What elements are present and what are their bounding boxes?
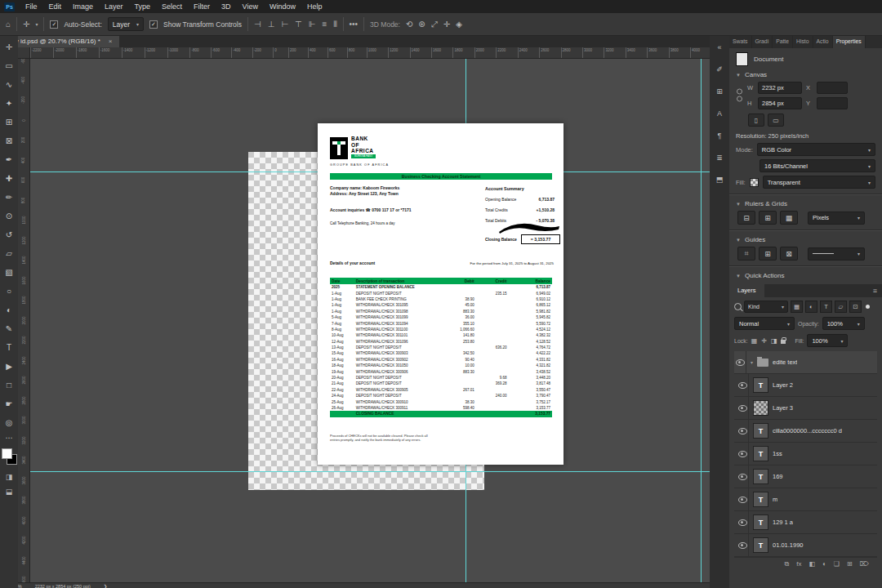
more-options-icon[interactable]: ••• bbox=[350, 20, 359, 29]
pen-tool[interactable]: ✎ bbox=[0, 319, 18, 338]
clone-source-panel-icon[interactable]: ⊞ bbox=[712, 86, 727, 97]
character-panel-icon[interactable]: A bbox=[712, 108, 727, 119]
paragraph-panel-icon[interactable]: ¶ bbox=[712, 130, 727, 141]
text-layer-thumbnail[interactable]: T bbox=[753, 537, 768, 553]
slide-3d-icon[interactable]: ✛ bbox=[443, 20, 450, 29]
height-field[interactable]: 2854 px bbox=[758, 97, 802, 109]
layer-mask-icon[interactable]: ◧ bbox=[808, 560, 815, 568]
dodge-tool[interactable]: ◐ bbox=[0, 301, 18, 319]
menu-view[interactable]: View bbox=[237, 0, 264, 13]
tab-swats[interactable]: Swats bbox=[729, 35, 752, 48]
delete-layer-icon[interactable]: ⌦ bbox=[860, 560, 869, 568]
tab-properties[interactable]: Properties bbox=[833, 35, 866, 48]
text-layer-thumbnail[interactable]: T bbox=[753, 469, 768, 484]
eye-icon[interactable] bbox=[738, 405, 747, 412]
align-center-v-icon[interactable]: ⊩ bbox=[309, 20, 316, 29]
show-transform-checkbox[interactable]: ✓ bbox=[149, 20, 158, 29]
text-layer-thumbnail[interactable]: T bbox=[753, 423, 768, 439]
image-layer-thumbnail[interactable] bbox=[753, 400, 768, 416]
text-layer-thumbnail[interactable]: T bbox=[753, 514, 768, 530]
type-tool[interactable]: T bbox=[0, 338, 18, 357]
y-field[interactable] bbox=[817, 97, 848, 109]
landscape-orientation-button[interactable]: ▭ bbox=[768, 114, 784, 127]
guide-vertical[interactable] bbox=[701, 58, 702, 582]
blend-mode-dropdown[interactable]: Normal ▾ bbox=[734, 317, 795, 330]
lock-all-icon[interactable] bbox=[781, 340, 786, 344]
hand-tool[interactable]: ☛ bbox=[0, 394, 18, 413]
edit-toolbar-icon[interactable]: ⋯ bbox=[6, 434, 13, 442]
align-right-icon[interactable]: ⊢ bbox=[281, 20, 288, 29]
layer-effects-icon[interactable]: fx bbox=[796, 560, 801, 568]
brush-tool[interactable]: ✏ bbox=[0, 188, 18, 207]
lock-position-icon[interactable]: ✛ bbox=[761, 337, 767, 345]
toggle-rulers-icon[interactable]: ⊟ bbox=[737, 211, 755, 225]
menu-window[interactable]: Window bbox=[264, 0, 301, 13]
menu-layer[interactable]: Layer bbox=[99, 0, 129, 13]
lock-artboard-icon[interactable]: ◨ bbox=[771, 337, 777, 345]
vertical-ruler[interactable]: -600-400-2000200400600800100012001400160… bbox=[18, 58, 30, 582]
menu-edit[interactable]: Edit bbox=[43, 0, 68, 13]
menu-3d[interactable]: 3D bbox=[216, 0, 237, 13]
layer-row[interactable]: T1ss bbox=[734, 443, 877, 466]
eye-icon[interactable] bbox=[738, 497, 747, 503]
collapse-panels-icon[interactable]: « bbox=[712, 42, 727, 53]
close-tab-icon[interactable]: × bbox=[109, 38, 113, 45]
filter-toggle-icon[interactable] bbox=[866, 305, 870, 309]
menu-image[interactable]: Image bbox=[67, 0, 99, 13]
home-icon[interactable]: ⌂ bbox=[6, 20, 11, 29]
snap-icon[interactable]: ▦ bbox=[780, 211, 798, 225]
eye-icon[interactable] bbox=[738, 428, 747, 434]
marquee-tool[interactable]: ▭ bbox=[0, 56, 18, 75]
align-left-icon[interactable]: ⊣ bbox=[254, 20, 261, 29]
screen-mode-icon[interactable]: ⬓ bbox=[6, 488, 13, 496]
layer-row[interactable]: Tm bbox=[734, 488, 877, 511]
eye-icon[interactable] bbox=[738, 382, 747, 389]
bit-depth-dropdown[interactable]: 16 Bits/Channel ▾ bbox=[760, 159, 875, 172]
horizontal-ruler[interactable]: -2200-2000-1800-1600-1400-1200-1000-800-… bbox=[18, 47, 722, 59]
drag-3d-icon[interactable]: ⤢ bbox=[431, 20, 438, 29]
quick-actions-section-header[interactable]: ▼ Quick Actions bbox=[736, 272, 875, 279]
clear-guides-icon[interactable]: ⊠ bbox=[780, 247, 798, 261]
tab-gradi[interactable]: Gradi bbox=[752, 35, 773, 48]
menu-select[interactable]: Select bbox=[156, 0, 188, 13]
chevron-down-icon[interactable]: ▾ bbox=[35, 21, 38, 27]
width-field[interactable]: 2232 px bbox=[758, 82, 802, 94]
opacity-dropdown[interactable]: 100% ▾ bbox=[822, 317, 865, 330]
lock-transparency-icon[interactable]: ▦ bbox=[751, 337, 758, 345]
menu-file[interactable]: File bbox=[20, 0, 43, 13]
layer-row[interactable]: T129 1 a bbox=[734, 511, 877, 534]
rulers-grids-section-header[interactable]: ▼ Rulers & Grids bbox=[736, 200, 875, 207]
units-dropdown[interactable]: Pixels ▾ bbox=[808, 212, 865, 225]
shape-tool[interactable]: □ bbox=[0, 376, 18, 394]
guide-layout-icon[interactable]: ⊞ bbox=[759, 247, 777, 261]
filter-smart-objects-icon[interactable]: ⊡ bbox=[849, 301, 862, 313]
layer-row[interactable]: TLayer 2 bbox=[734, 374, 877, 397]
eye-icon[interactable] bbox=[738, 519, 747, 526]
filter-kind-dropdown[interactable]: Kind ▾ bbox=[744, 301, 788, 313]
link-dimensions-icon[interactable] bbox=[736, 87, 743, 104]
auto-select-target-dropdown[interactable]: Layer ▾ bbox=[108, 17, 144, 31]
text-layer-thumbnail[interactable]: T bbox=[753, 377, 768, 393]
lasso-tool[interactable]: ∿ bbox=[0, 75, 18, 94]
text-layer-thumbnail[interactable]: T bbox=[753, 492, 768, 507]
statement-document[interactable]: BANK OF AFRICA BURKINA FASO GROUPE BANK … bbox=[318, 123, 564, 465]
brush-settings-panel-icon[interactable]: ✐ bbox=[712, 64, 727, 75]
orbit-3d-icon[interactable]: ⟲ bbox=[406, 20, 412, 29]
distribute-icon[interactable]: ⫴ bbox=[333, 20, 336, 29]
path-select-tool[interactable]: ▶ bbox=[0, 357, 18, 376]
canvas-section-header[interactable]: ▼ Canvas bbox=[736, 71, 875, 78]
frame-tool[interactable]: ⊠ bbox=[0, 131, 18, 150]
scale-3d-icon[interactable]: ◈ bbox=[456, 20, 462, 29]
toggle-grid-icon[interactable]: ⊞ bbox=[759, 211, 777, 225]
foreground-color-swatch[interactable] bbox=[2, 448, 12, 459]
zoom-tool[interactable]: ◎ bbox=[0, 413, 18, 432]
move-tool[interactable]: ✛ bbox=[0, 38, 18, 56]
layer-row[interactable]: T169 bbox=[734, 466, 877, 488]
clone-stamp-tool[interactable]: ⊙ bbox=[0, 207, 18, 225]
filter-type-layers-icon[interactable]: T bbox=[820, 301, 832, 313]
eye-icon[interactable] bbox=[738, 542, 747, 549]
portrait-orientation-button[interactable]: ▯ bbox=[748, 114, 764, 127]
status-arrow-icon[interactable]: ❯ bbox=[104, 584, 108, 588]
glyphs-panel-icon[interactable]: ≣ bbox=[712, 152, 727, 163]
filter-adjustment-layers-icon[interactable]: ◐ bbox=[805, 301, 817, 313]
